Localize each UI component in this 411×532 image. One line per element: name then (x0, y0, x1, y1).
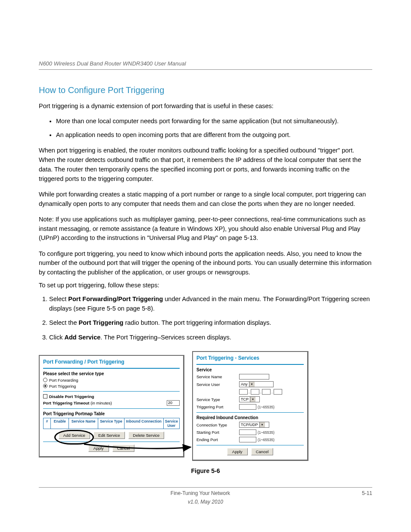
portmap-title: Port Triggering Portmap Table (43, 411, 180, 416)
divider (196, 412, 304, 413)
divider (43, 408, 180, 409)
delete-service-button[interactable]: Delete Service (128, 432, 165, 439)
intro-bullet: An application needs to open incoming po… (56, 131, 372, 140)
figure-5-6: Port Forwarding / Port Triggering Please… (39, 350, 372, 462)
checkbox-disable-pt[interactable] (43, 394, 47, 398)
apply-button[interactable]: Apply (227, 448, 248, 455)
radio-port-forwarding[interactable] (43, 378, 47, 382)
port-range-hint: (1~65535) (258, 438, 274, 442)
service-name-input[interactable] (239, 374, 269, 380)
triggering-port-label: Triggering Port (196, 404, 237, 409)
doc-title: N600 Wireless Dual Band Router WNDR3400 … (39, 60, 186, 67)
apply-button[interactable]: Apply (88, 445, 109, 452)
step-2: Select the Port Triggering radio button.… (49, 318, 372, 328)
disable-pt-label: Disable Port Triggering (49, 394, 94, 399)
footer-chapter: Fine-Tuning Your Network (39, 490, 362, 496)
cancel-button[interactable]: Cancel (112, 445, 135, 452)
portmap-table-header: # Enable Service Name Service Type Inbou… (43, 418, 180, 429)
cancel-button[interactable]: Cancel (251, 448, 274, 455)
ip-octet-1[interactable] (239, 389, 248, 395)
intro-p3: While port forwarding creates a static m… (39, 190, 372, 209)
intro-p2: When port triggering is enabled, the rou… (39, 146, 372, 184)
service-user-label: Service User (196, 382, 237, 387)
ending-port-label: Ending Port (196, 437, 237, 442)
th-service-name: Service Name (69, 418, 98, 429)
radio-port-triggering[interactable] (43, 384, 47, 388)
header-divider (39, 69, 372, 70)
inbound-head: Required Inbound Connection (196, 415, 304, 420)
service-user-select[interactable]: Any ▼ (239, 381, 274, 387)
th-enable: Enable (51, 418, 69, 429)
intro-note: Note: If you use applications such as mu… (39, 215, 372, 243)
figure-caption: Figure 5-6 (39, 467, 372, 474)
starting-port-input[interactable] (239, 429, 256, 435)
ip-octet-2[interactable] (251, 389, 259, 395)
th-service-user: Service User (164, 418, 179, 429)
radio-label-pf: Port Forwarding (49, 378, 78, 383)
intro-p1: Port triggering is a dynamic extension o… (39, 102, 372, 111)
divider (43, 391, 180, 392)
service-head: Service (196, 367, 304, 372)
ip-octet-4[interactable] (274, 389, 282, 395)
ip-octet-3[interactable] (262, 389, 271, 395)
conn-type-select[interactable]: TCP/UDP ▼ (239, 422, 269, 428)
th-service-type: Service Type (98, 418, 125, 429)
intro-bullet: More than one local computer needs port … (56, 117, 372, 126)
radio-label-pt: Port Triggering (49, 384, 76, 389)
panel-port-triggering-services: Port Triggering - Services Service Servi… (192, 351, 308, 461)
chevron-down-icon: ▼ (259, 422, 265, 427)
divider (196, 445, 304, 445)
panel-title: Port Forwarding / Port Triggering (43, 358, 180, 367)
th-hash: # (44, 418, 51, 429)
footer-page: 5-11 (362, 490, 372, 496)
steps-lead: To configure port triggering, you need t… (39, 249, 372, 277)
service-type-label: Service Type (196, 397, 237, 402)
follow-steps: To set up port triggering, follow these … (39, 282, 372, 289)
timeout-label: Port Triggering Timeout (in minutes) (43, 401, 112, 405)
triggering-port-input[interactable] (239, 404, 256, 410)
starting-port-label: Starting Port (196, 430, 237, 435)
th-inbound: Inbound Connection (125, 418, 164, 429)
divider (43, 442, 180, 442)
divider (43, 368, 180, 369)
section-title: How to Configure Port Triggering (39, 85, 372, 95)
conn-type-label: Connection Type (196, 423, 237, 427)
ip-input-group[interactable]: . . . (239, 389, 304, 395)
step-1: Select Port Forwarding/Port Triggering u… (49, 295, 372, 314)
chevron-down-icon: ▼ (249, 382, 255, 387)
service-type-select[interactable]: TCP ▼ (239, 396, 260, 402)
add-service-button[interactable]: Add Service (59, 432, 90, 439)
panel-title: Port Triggering - Services (196, 354, 304, 363)
port-range-hint: (1~65535) (258, 430, 274, 435)
footer-rev: v1.0, May 2010 (39, 499, 372, 505)
port-range-hint: (1~65535) (258, 405, 274, 409)
divider (196, 364, 304, 365)
ending-port-input[interactable] (239, 437, 256, 442)
step-3: Click Add Service. The Port Triggering–S… (49, 333, 372, 342)
service-type-label: Please select the service type (43, 371, 180, 376)
footer-divider (39, 487, 372, 488)
edit-service-button[interactable]: Edit Service (93, 432, 125, 439)
panel-port-forwarding: Port Forwarding / Port Triggering Please… (39, 355, 184, 457)
timeout-input[interactable]: 20 (167, 400, 180, 406)
service-name-label: Service Name (196, 374, 237, 379)
chevron-down-icon: ▼ (250, 397, 255, 402)
